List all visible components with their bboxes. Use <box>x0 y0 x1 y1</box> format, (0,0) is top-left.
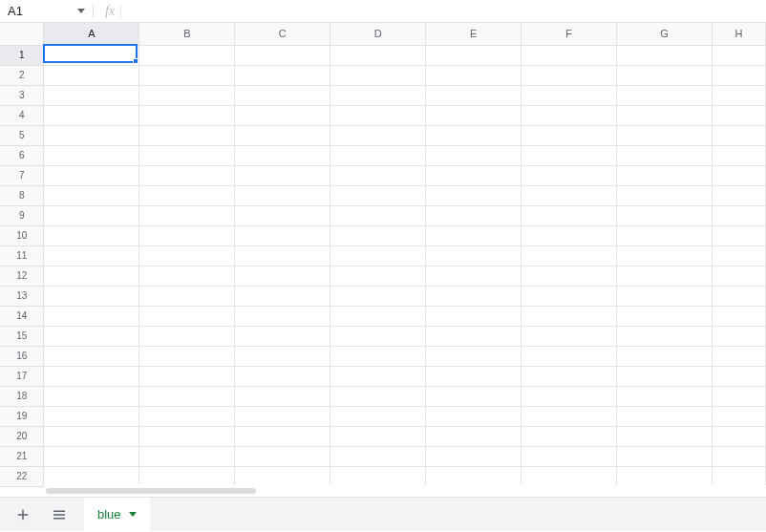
cell[interactable] <box>139 245 235 266</box>
cell[interactable] <box>330 105 426 125</box>
cell[interactable] <box>712 65 765 85</box>
row-header[interactable]: 22 <box>0 466 44 486</box>
horizontal-scrollbar-thumb[interactable] <box>46 488 256 494</box>
row-header[interactable]: 10 <box>0 225 44 245</box>
cell[interactable] <box>235 466 330 486</box>
cell[interactable] <box>44 306 139 326</box>
cell[interactable] <box>139 306 235 326</box>
cell[interactable] <box>235 346 330 366</box>
cell[interactable] <box>712 366 765 386</box>
cell[interactable] <box>235 386 330 406</box>
cell[interactable] <box>426 205 521 225</box>
cell[interactable] <box>235 185 330 205</box>
cell[interactable] <box>617 85 713 105</box>
cell[interactable] <box>44 466 139 486</box>
cell[interactable] <box>235 225 330 245</box>
cell[interactable] <box>521 306 617 326</box>
cell[interactable] <box>712 125 765 145</box>
cell[interactable] <box>139 145 235 165</box>
cell[interactable] <box>521 205 617 225</box>
cell[interactable] <box>139 266 235 286</box>
cell[interactable] <box>521 65 617 85</box>
cell[interactable] <box>617 386 713 406</box>
cell[interactable] <box>330 125 426 145</box>
add-sheet-button[interactable] <box>11 503 34 526</box>
cell[interactable] <box>521 185 617 205</box>
cell[interactable] <box>426 145 521 165</box>
cell[interactable] <box>44 125 139 145</box>
cell[interactable] <box>330 45 426 65</box>
cell[interactable] <box>330 205 426 225</box>
cell[interactable] <box>44 105 139 125</box>
cell[interactable] <box>521 446 617 466</box>
row-header[interactable]: 13 <box>0 286 44 306</box>
select-all-cell[interactable] <box>0 23 44 45</box>
cell[interactable] <box>44 446 139 466</box>
column-header[interactable]: C <box>235 23 330 45</box>
cell[interactable] <box>617 266 713 286</box>
cell[interactable] <box>712 145 765 165</box>
cell[interactable] <box>521 225 617 245</box>
cell[interactable] <box>521 125 617 145</box>
cell[interactable] <box>44 165 139 185</box>
cell[interactable] <box>235 326 330 346</box>
column-header[interactable]: F <box>521 23 617 45</box>
cell[interactable] <box>44 346 139 366</box>
cell[interactable] <box>139 225 235 245</box>
cell[interactable] <box>712 466 765 486</box>
cell[interactable] <box>330 85 426 105</box>
sheet-tab-active[interactable]: blue <box>84 498 150 532</box>
row-header[interactable]: 15 <box>0 326 44 346</box>
cell[interactable] <box>139 85 235 105</box>
cell[interactable] <box>330 185 426 205</box>
column-header[interactable]: E <box>426 23 521 45</box>
cell[interactable] <box>521 426 617 446</box>
cell[interactable] <box>712 85 765 105</box>
cell[interactable] <box>521 85 617 105</box>
cell[interactable] <box>712 245 765 266</box>
cell[interactable] <box>426 306 521 326</box>
cell[interactable] <box>330 366 426 386</box>
cell[interactable] <box>426 65 521 85</box>
cell[interactable] <box>330 145 426 165</box>
cell[interactable] <box>521 286 617 306</box>
cell[interactable] <box>44 85 139 105</box>
cell[interactable] <box>44 65 139 85</box>
cell[interactable] <box>521 266 617 286</box>
cell[interactable] <box>521 366 617 386</box>
cell[interactable] <box>521 105 617 125</box>
cell[interactable] <box>139 45 235 65</box>
row-header[interactable]: 8 <box>0 185 44 205</box>
cell[interactable] <box>712 426 765 446</box>
cell[interactable] <box>617 326 713 346</box>
cell[interactable] <box>330 406 426 426</box>
name-box-dropdown[interactable] <box>72 0 91 22</box>
cell[interactable] <box>139 65 235 85</box>
cell[interactable] <box>330 65 426 85</box>
cell[interactable] <box>712 105 765 125</box>
column-header[interactable]: D <box>330 23 426 45</box>
cell[interactable] <box>235 306 330 326</box>
row-header[interactable]: 5 <box>0 125 44 145</box>
cell[interactable] <box>426 185 521 205</box>
row-header[interactable]: 14 <box>0 306 44 326</box>
column-header[interactable]: A <box>44 23 139 45</box>
cell[interactable] <box>426 386 521 406</box>
cell[interactable] <box>426 245 521 266</box>
row-header[interactable]: 17 <box>0 366 44 386</box>
cell[interactable] <box>139 185 235 205</box>
cell[interactable] <box>139 105 235 125</box>
cell[interactable] <box>44 286 139 306</box>
cell[interactable] <box>235 145 330 165</box>
cell[interactable] <box>139 346 235 366</box>
cell[interactable] <box>617 65 713 85</box>
cell[interactable] <box>330 386 426 406</box>
cell[interactable] <box>330 446 426 466</box>
cell[interactable] <box>330 286 426 306</box>
cell[interactable] <box>521 165 617 185</box>
cell[interactable] <box>44 205 139 225</box>
formula-input[interactable] <box>127 0 766 22</box>
cell[interactable] <box>139 286 235 306</box>
cell[interactable] <box>617 446 713 466</box>
row-header[interactable]: 20 <box>0 426 44 446</box>
